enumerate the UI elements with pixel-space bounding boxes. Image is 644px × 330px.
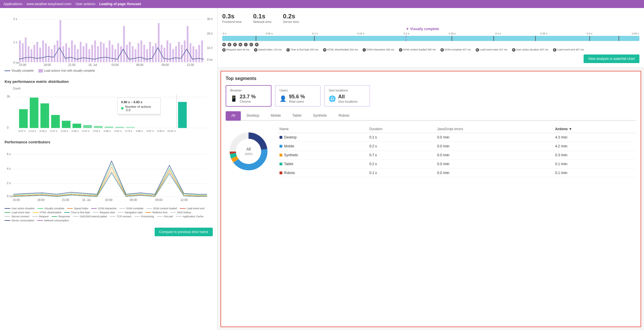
legend-dns-lookup: DNS lookup <box>170 211 191 214</box>
breadcrumb-item-forecast[interactable]: Loading of page /forecast <box>94 2 141 6</box>
svg-text:09:00: 09:00 <box>155 198 163 202</box>
geo-card[interactable]: Geo locations 🌐 All Geo locations <box>324 85 370 107</box>
svg-text:6 s: 6 s <box>7 153 11 156</box>
svg-rect-38 <box>100 42 102 62</box>
network-time: 0.1s Network time <box>253 13 271 24</box>
frontend-time: 0.3s Frontend time <box>222 13 242 24</box>
breadcrumb-item-applications[interactable]: Applications <box>3 2 22 6</box>
main-chart-legend: Visually complete Load actions /min with… <box>5 69 213 73</box>
main-chart-section: 2 s 1 s 0 ms 30 /min 20 /min 10 /min 0 /… <box>0 8 217 76</box>
tab-tablet[interactable]: Tablet <box>287 111 307 121</box>
legend-load-event-start: Load event start <box>5 211 30 214</box>
svg-rect-33 <box>86 43 87 62</box>
svg-text:4 s: 4 s <box>7 167 11 170</box>
compare-button[interactable]: Compare to previous time frame <box>155 228 213 236</box>
svg-rect-20 <box>48 46 50 62</box>
legend-navigation-start: Navigation start <box>118 211 143 214</box>
svg-rect-87 <box>19 109 28 128</box>
segments-table: Name Duration JavaScript errors Actions … <box>277 125 636 177</box>
svg-text:0 ms: 0 ms <box>7 195 13 198</box>
tab-all[interactable]: All <box>226 111 241 121</box>
svg-text:12:00: 12:00 <box>180 198 188 202</box>
svg-text:100%: 100% <box>245 152 253 156</box>
svg-rect-14 <box>31 49 32 62</box>
svg-text:20 /min: 20 /min <box>207 32 213 35</box>
waterfall-timeline-container: 0 s 0.05 s 0.1 s 0.15 s 0.2 s 0.25 s 0.3… <box>222 32 639 46</box>
col-actions[interactable]: Actions ▼ <box>553 125 636 133</box>
svg-text:06:00: 06:00 <box>136 63 143 67</box>
svg-rect-12 <box>25 38 27 62</box>
users-card[interactable]: Users 👤 95.6 % Real users <box>275 85 321 107</box>
svg-rect-26 <box>65 43 67 62</box>
distribution-chart-svg: 2k 0 Count <box>5 86 213 132</box>
svg-text:0.33 s: 0.33 s <box>61 129 68 132</box>
robots-color-dot <box>279 171 282 174</box>
svg-text:0.73 s: 0.73 s <box>125 129 132 132</box>
marker-desc-E2: E Load event end 497 ms <box>553 48 584 52</box>
tab-synthetic[interactable]: Synthetic <box>307 111 333 121</box>
svg-text:12:00: 12:00 <box>187 63 194 67</box>
legend-request: Request <box>32 215 49 218</box>
svg-text:0.20 s: 0.20 s <box>40 129 47 132</box>
legend-html-downloaded: HTML downloaded <box>33 211 61 214</box>
svg-text:15:00: 15:00 <box>13 198 20 202</box>
svg-rect-97 <box>126 127 135 128</box>
marker-F: F <box>233 43 237 46</box>
donut-chart: All 100% <box>227 130 270 173</box>
tab-mobile[interactable]: Mobile <box>265 111 286 121</box>
marker-I: I <box>244 43 248 46</box>
svg-text:0 ms: 0 ms <box>13 61 19 64</box>
main-layout: 2 s 1 s 0 ms 30 /min 20 /min 10 /min 0 /… <box>0 8 644 330</box>
svg-rect-44 <box>117 43 119 62</box>
svg-text:0.07 s: 0.07 s <box>18 129 25 132</box>
svg-text:10 /min: 10 /min <box>207 46 213 50</box>
svg-rect-45 <box>120 46 122 62</box>
svg-rect-94 <box>94 126 103 128</box>
browser-card[interactable]: Browser 📱 23.7 % Chrome <box>226 85 271 107</box>
svg-text:0.60 s: 0.60 s <box>104 129 111 132</box>
tab-robots[interactable]: Robots <box>333 111 355 121</box>
breadcrumb-item-user-actions[interactable]: User actions <box>71 2 94 6</box>
legend-speed-index: Speed index <box>67 207 88 210</box>
marker-desc-H: H HTML downloaded 244 ms <box>323 48 358 52</box>
col-duration: Duration <box>367 125 435 133</box>
svg-rect-72 <box>198 45 200 62</box>
waterfall-top-section: 0.3s Frontend time 0.1s Network time 0.2… <box>218 8 644 68</box>
col-js-errors: JavaScript errors <box>435 125 553 133</box>
compare-btn-container: Compare to previous time frame <box>0 225 217 239</box>
desktop-color-dot <box>279 136 282 139</box>
svg-rect-65 <box>178 42 180 62</box>
svg-rect-15 <box>34 45 35 62</box>
donut-container: All 100% <box>226 125 271 177</box>
tab-desktop[interactable]: Desktop <box>241 111 265 121</box>
legend-dom-content-loaded: DOM content loaded <box>146 207 177 210</box>
svg-rect-31 <box>80 42 82 62</box>
waterfall-bar <box>222 36 639 41</box>
svg-rect-17 <box>39 48 41 62</box>
legend-server-consumption: Server consumption <box>5 219 34 222</box>
svg-rect-51 <box>137 43 139 62</box>
table-row: Desktop 0.1 s 0.0 /min 4.3 /min <box>277 133 636 142</box>
marker-desc-D: D DOM complete 427 ms <box>440 48 471 52</box>
svg-text:03:00: 03:00 <box>112 63 119 67</box>
svg-rect-34 <box>88 49 90 62</box>
svg-rect-47 <box>126 45 128 62</box>
svg-text:16. Jul: 16. Jul <box>88 63 97 67</box>
svg-rect-58 <box>158 23 159 62</box>
svg-rect-32 <box>83 46 84 62</box>
view-waterfall-button[interactable]: View analysis in waterfall chart <box>584 54 639 63</box>
svg-text:0.53 s: 0.53 s <box>93 129 100 132</box>
legend-request-start: Request start <box>93 211 115 214</box>
svg-rect-53 <box>143 45 145 62</box>
svg-rect-63 <box>172 49 174 62</box>
legend-load-event-end: Load event end <box>180 207 204 210</box>
legend-onload: OnLoad <box>157 215 173 218</box>
svg-rect-93 <box>83 125 92 128</box>
svg-rect-68 <box>187 26 188 62</box>
svg-text:2 s: 2 s <box>13 17 17 21</box>
svg-text:0.67 s: 0.67 s <box>115 129 122 132</box>
svg-rect-95 <box>105 126 113 128</box>
marker-descriptions: R Request start 40 ms S Speed index 116 … <box>222 48 639 52</box>
browser-icon: 📱 <box>230 95 237 102</box>
breadcrumb-item-website[interactable]: www.weather.easytravel.com <box>22 2 71 6</box>
